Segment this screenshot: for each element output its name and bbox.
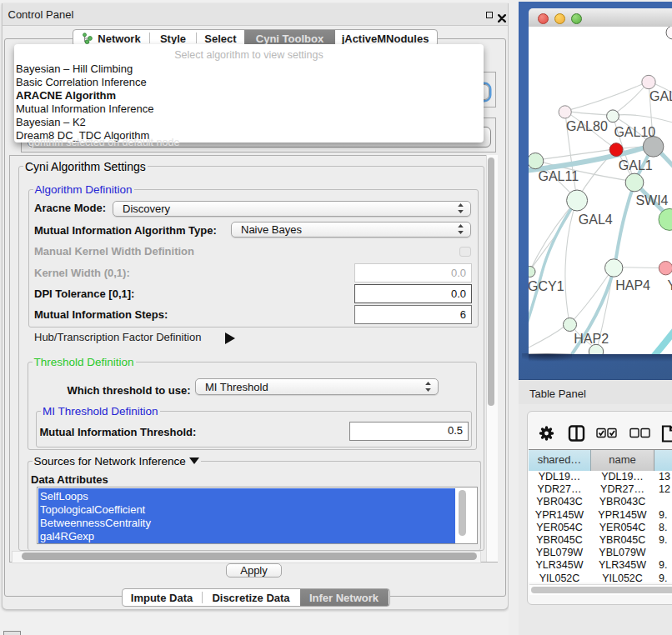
svg-text:GAL4: GAL4 xyxy=(579,212,613,227)
svg-text:SWI4: SWI4 xyxy=(635,193,668,208)
svg-text:HAP4: HAP4 xyxy=(615,278,650,292)
svg-text:GAL2: GAL2 xyxy=(649,89,672,103)
svg-text:HAP2: HAP2 xyxy=(574,332,609,346)
svg-text:GAL80: GAL80 xyxy=(566,119,608,133)
svg-text:GAL1: GAL1 xyxy=(619,158,653,172)
svg-text:GAL11: GAL11 xyxy=(539,169,579,183)
svg-text:GCY1: GCY1 xyxy=(529,279,564,293)
svg-text:GAL10: GAL10 xyxy=(614,125,655,139)
svg-text:YJ: YJ xyxy=(668,278,672,292)
